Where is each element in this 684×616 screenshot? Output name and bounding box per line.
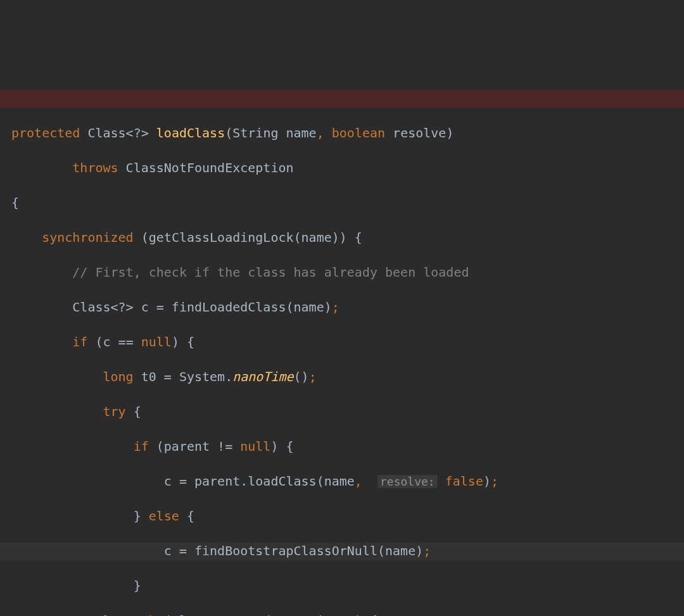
code-editor[interactable]: protected Class<?> loadClass(String name… xyxy=(0,0,684,616)
code-line: if (c == null) { xyxy=(11,334,684,351)
code-line: // First, check if the class has already… xyxy=(11,264,684,282)
code-line: long t0 = System.nanoTime(); xyxy=(11,368,684,386)
code-line: throws ClassNotFoundException xyxy=(11,160,684,177)
code-line: c = parent.loadClass(name, resolve: fals… xyxy=(11,473,684,491)
code-line: Class<?> c = findLoadedClass(name); xyxy=(11,299,684,317)
code-line: protected Class<?> loadClass(String name… xyxy=(11,125,684,142)
code-line: try { xyxy=(11,403,684,421)
inline-hint-resolve: resolve: xyxy=(377,475,438,488)
code-line: if (parent != null) { xyxy=(11,438,684,456)
code-line: } catch (ClassNotFoundException e) { xyxy=(11,612,684,617)
code-line: } else { xyxy=(11,508,684,525)
code-line: c = findBootstrapClassOrNull(name); xyxy=(11,543,684,560)
code-line: synchronized (getClassLoadingLock(name))… xyxy=(11,229,684,247)
code-line: { xyxy=(11,194,684,212)
code-content: protected Class<?> loadClass(String name… xyxy=(11,107,684,616)
code-line: } xyxy=(11,577,684,595)
error-highlight-stripe xyxy=(0,90,684,108)
